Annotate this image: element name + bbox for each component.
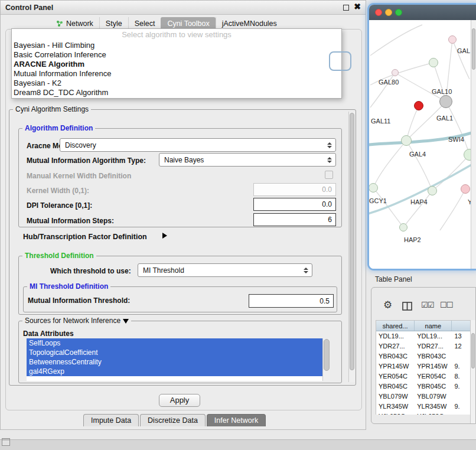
dpi-tolerance-field[interactable]: 0.0 xyxy=(253,198,336,211)
table-row[interactable]: YDR27...YDR27...12 xyxy=(376,341,471,351)
settings-scrollbar[interactable] xyxy=(348,112,355,382)
table-scrollbar-thumb[interactable] xyxy=(471,333,475,369)
tab-infer-network[interactable]: Infer Network xyxy=(207,414,266,426)
close-traffic-light-icon[interactable] xyxy=(375,9,382,16)
mi-algorithm-type-select[interactable]: Naive Bayes xyxy=(159,153,336,167)
table-row[interactable]: YPR145WYPR145W9. xyxy=(376,361,471,371)
network-scrollbar[interactable] xyxy=(471,20,476,269)
minimize-traffic-light-icon[interactable] xyxy=(385,9,392,16)
table-row[interactable]: YBR043CYBR043C xyxy=(376,351,471,361)
algorithm-option[interactable]: Basic Correlation Inference xyxy=(12,50,341,60)
table-scrollbar[interactable] xyxy=(470,320,475,424)
tab-label: Network xyxy=(66,19,93,28)
which-threshold-value: MI Threshold xyxy=(143,266,184,275)
combo-arrows-icon xyxy=(304,268,308,273)
control-panel-titlebar[interactable]: Control Panel ✖ xyxy=(1,1,366,15)
network-scrollbar-thumb[interactable] xyxy=(472,28,475,70)
network-node-label: GAL10 xyxy=(432,88,452,95)
network-node[interactable] xyxy=(414,101,423,110)
aracne-mode-select[interactable]: Discovery xyxy=(60,138,336,152)
attribute-scrollbar-thumb[interactable] xyxy=(324,339,330,371)
algorithm-option[interactable]: Dream8 DC_TDC Algorithm xyxy=(12,88,341,97)
table-row[interactable]: YJL052CYJL052C xyxy=(376,412,471,415)
desktop: Control Panel ✖ Network Style Select Cyn… xyxy=(0,0,476,450)
attribute-item[interactable]: BetweennessCentrality xyxy=(27,357,322,367)
network-edges xyxy=(369,20,471,269)
close-icon[interactable]: ✖ xyxy=(354,2,361,11)
tab-impute-data[interactable]: Impute Data xyxy=(83,414,139,426)
network-node[interactable] xyxy=(399,223,407,231)
algorithm-option[interactable]: ARACNE Algorithm xyxy=(12,60,341,69)
algorithm-option[interactable]: Bayesian - K2 xyxy=(12,79,341,88)
table-cell: YJL052C xyxy=(415,412,452,415)
attribute-item[interactable]: SelfLoops xyxy=(27,338,322,348)
attribute-item[interactable]: TopologicalCoefficient xyxy=(27,348,322,357)
attribute-list-scrollbar[interactable] xyxy=(322,338,330,381)
algorithm-option[interactable]: Mutual Information Inference xyxy=(12,69,341,79)
network-node-label: HAP2 xyxy=(404,236,421,243)
table-row[interactable]: YBR045CYBR045C9. xyxy=(376,381,471,392)
attribute-list[interactable]: SelfLoopsTopologicalCoefficientBetweenne… xyxy=(27,338,330,381)
table-row[interactable]: YBL079WYBL079W xyxy=(376,392,471,402)
collapse-arrow-icon[interactable] xyxy=(123,319,129,324)
network-node[interactable] xyxy=(428,186,437,195)
table-column-header[interactable]: shared... xyxy=(376,321,415,331)
expand-arrow-icon[interactable] xyxy=(162,233,167,239)
hub-section-label: Hub/Transcription Factor Definition xyxy=(23,233,147,241)
table-cell: 9. xyxy=(452,361,471,371)
table-column-header[interactable] xyxy=(452,321,471,331)
table-cell: YJL052C xyxy=(376,412,415,415)
algorithm-dropdown-popup: Select algorithm to view settings Bayesi… xyxy=(11,28,342,99)
table-header: shared...name xyxy=(376,321,471,331)
network-node[interactable] xyxy=(439,95,452,108)
float-window-icon[interactable] xyxy=(343,5,349,11)
gear-icon[interactable]: ⚙ xyxy=(383,299,392,311)
attribute-item[interactable]: gal4RGexp xyxy=(27,367,322,376)
settings-scrollbar-thumb[interactable] xyxy=(350,113,354,370)
which-threshold-select[interactable]: MI Threshold xyxy=(138,263,312,277)
rounded-button-fragment xyxy=(329,51,351,71)
network-node[interactable] xyxy=(461,184,470,194)
network-node[interactable] xyxy=(401,135,412,146)
mi-algorithm-type-value: Naive Bayes xyxy=(164,156,204,164)
aracne-mode-value: Discovery xyxy=(65,141,96,149)
network-node-label: SWI4 xyxy=(448,136,464,143)
network-window-titlebar[interactable] xyxy=(369,5,476,20)
table-cell xyxy=(452,351,471,361)
combo-arrows-icon xyxy=(327,157,332,163)
table-cell: 8. xyxy=(452,371,471,381)
apply-button[interactable]: Apply xyxy=(159,394,200,407)
mi-threshold-label: Mutual Information Threshold: xyxy=(28,296,130,305)
network-icon xyxy=(56,20,63,27)
table-cell xyxy=(452,392,471,402)
table-row[interactable]: YER054CYER054C8. xyxy=(376,371,471,381)
mi-threshold-field[interactable]: 0.5 xyxy=(249,294,334,308)
columns-icon[interactable] xyxy=(402,299,412,311)
table-row[interactable]: YDL19...YDL19...13 xyxy=(376,331,471,341)
kernel-width-field[interactable]: 0.0 xyxy=(253,183,336,196)
zoom-traffic-light-icon[interactable] xyxy=(395,9,402,16)
mi-threshold-value: 0.5 xyxy=(319,297,330,305)
sources-title-text: Sources for Network Inference xyxy=(25,317,120,325)
control-panel-window: Control Panel ✖ Network Style Select Cyn… xyxy=(0,0,366,430)
table-panel-title: Table Panel xyxy=(375,275,412,283)
deselect-all-checks-icon[interactable]: ☐☐ xyxy=(440,299,452,311)
mi-steps-field[interactable]: 6 xyxy=(253,213,336,226)
table-row[interactable]: YLR345WYLR345W9. xyxy=(376,402,471,412)
tab-discretize-data[interactable]: Discretize Data xyxy=(140,414,206,426)
mi-steps-label: Mutual Information Steps: xyxy=(27,217,114,225)
threshold-definition-title: Threshold Definition xyxy=(22,252,96,260)
minimized-panel-icon[interactable] xyxy=(2,438,10,446)
network-node[interactable] xyxy=(392,69,399,76)
network-canvas[interactable]: GALGAL80GAL10GAL11GAL1SWI4GAL4GCY1HAP4YH… xyxy=(369,20,471,269)
table-cell: 9. xyxy=(452,402,471,412)
select-all-checks-icon[interactable]: ☑☑ xyxy=(421,299,433,311)
table-column-header[interactable]: name xyxy=(415,321,452,331)
network-node[interactable] xyxy=(429,58,438,67)
network-node[interactable] xyxy=(448,35,457,44)
table-body: YDL19...YDL19...13YDR27...YDR27...12YBR0… xyxy=(376,331,471,415)
algorithm-option[interactable]: Bayesian - Hill Climbing xyxy=(12,41,341,50)
dpi-tolerance-value: 0.0 xyxy=(322,200,332,208)
table-panel-window: ⚙ ☑☑ ☐☐ shared...name YDL19...YDL19...13… xyxy=(371,287,476,424)
manual-kernel-width-checkbox[interactable] xyxy=(325,171,333,179)
